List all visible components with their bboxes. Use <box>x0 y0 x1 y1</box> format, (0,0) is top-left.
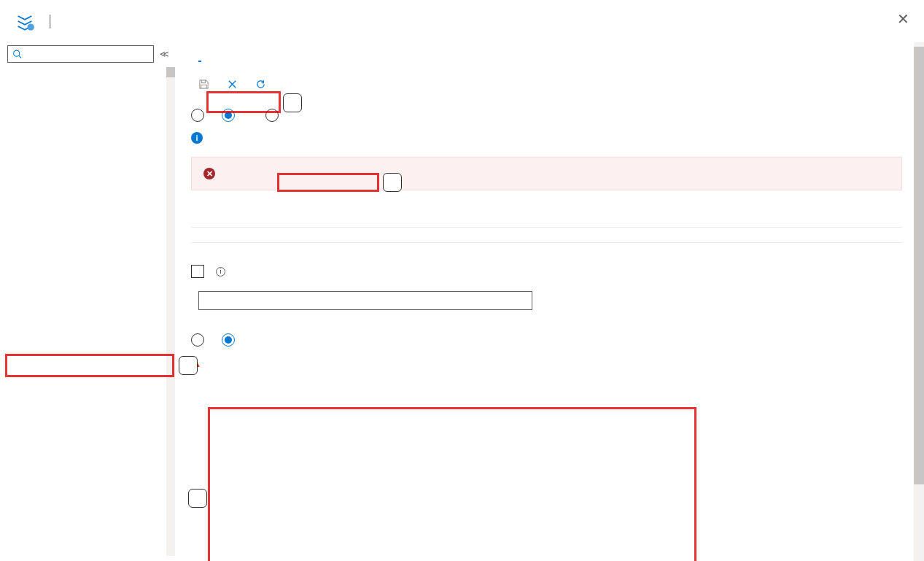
svg-line-2 <box>19 55 21 58</box>
save-button[interactable] <box>198 79 214 90</box>
refresh-button[interactable] <box>255 79 271 90</box>
sidebar: ≪ <box>0 42 175 561</box>
search-input[interactable] <box>22 49 149 60</box>
error-message: ✕ <box>191 157 902 190</box>
sidebar-scrollbar[interactable] <box>166 67 175 556</box>
vnet-empty-row <box>191 228 902 243</box>
callout-1 <box>179 356 198 375</box>
tab-public-access[interactable] <box>191 50 209 61</box>
error-icon: ✕ <box>203 168 215 179</box>
main-scrollbar[interactable] <box>914 42 924 561</box>
search-icon <box>12 49 22 59</box>
warning-message: ▲ <box>191 357 672 369</box>
callout-3 <box>383 173 402 192</box>
svg-point-0 <box>28 24 34 31</box>
radio-disabled[interactable] <box>191 109 209 122</box>
info-icon: i <box>191 132 203 144</box>
radio-trusted-no[interactable] <box>222 333 239 347</box>
callout-2 <box>283 93 302 112</box>
discard-icon <box>227 79 238 90</box>
add-client-ip-checkbox[interactable] <box>191 265 204 278</box>
callout-4 <box>188 489 207 508</box>
info-message: i <box>191 132 902 144</box>
service-bus-icon <box>15 11 35 31</box>
close-button[interactable]: ✕ <box>897 10 909 28</box>
main-content: i ✕ i <box>175 42 924 561</box>
tabs <box>191 50 902 61</box>
vnet-table-header <box>191 218 902 228</box>
save-icon <box>198 79 209 90</box>
collapse-sidebar-button[interactable]: ≪ <box>160 49 169 59</box>
radio-selected-networks[interactable] <box>222 109 239 122</box>
info-tooltip-icon[interactable]: i <box>216 267 225 276</box>
blade-header: | ✕ <box>0 0 924 42</box>
radio-all-networks[interactable] <box>265 109 283 122</box>
discard-button[interactable] <box>227 79 242 90</box>
address-range-input[interactable] <box>198 291 532 310</box>
tab-private-endpoint[interactable] <box>209 50 226 61</box>
firewall-section: i ▲ <box>191 265 672 369</box>
vnet-section <box>191 208 902 243</box>
radio-trusted-yes[interactable] <box>191 333 209 347</box>
refresh-icon <box>255 79 266 90</box>
search-input-wrapper[interactable] <box>7 45 154 63</box>
svg-point-1 <box>14 50 20 56</box>
